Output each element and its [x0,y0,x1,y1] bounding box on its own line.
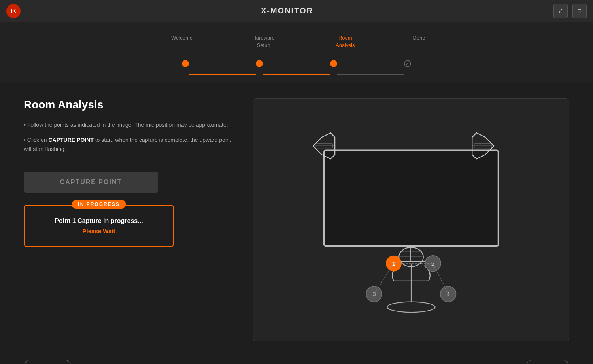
header-actions: ⤢ ≡ [553,4,587,18]
svg-rect-0 [324,150,499,246]
step-line-2 [263,74,330,75]
progress-message: Point 1 Capture in progress... [32,217,165,224]
step-label-welcome: Welcome [171,35,193,41]
step-dot-done: ✓ [404,60,411,67]
progress-wait: Please Wait [32,228,165,234]
main-content: Room Analysis • Follow the points as ind… [0,83,593,353]
cancel-button[interactable]: CANCEL [24,360,72,364]
app-logo: IK [6,4,21,18]
left-panel: Room Analysis • Follow the points as ind… [24,98,237,341]
header: IK X-MONITOR ⤢ ≡ [0,0,593,22]
instruction-2: • Click on CAPTURE POINT to start, when … [24,136,237,153]
step-line-3 [337,74,404,75]
app-title: X-MONITOR [261,6,313,15]
next-button[interactable]: NEXT › [526,360,569,364]
progress-box: IN PROGRESS Point 1 Capture in progress.… [24,205,174,247]
expand-icon: ⤢ [558,7,563,15]
expand-button[interactable]: ⤢ [553,4,568,18]
menu-icon: ≡ [578,8,581,15]
step-dot-hardware [256,60,263,67]
step-label-room: Room Analysis [336,35,355,48]
step-label-done: Done [413,35,425,41]
footer: CANCEL NEXT › [0,353,593,364]
menu-button[interactable]: ≡ [572,4,587,18]
step-line-1 [189,74,256,75]
instruction-1: • Follow the points as indicated in the … [24,121,237,129]
svg-point-9 [387,302,435,312]
progress-badge: IN PROGRESS [72,200,126,209]
section-title: Room Analysis [24,98,237,111]
step-label-hardware: Hardware Setup [252,35,274,48]
capture-point-button[interactable]: CAPTURE POINT [24,172,158,193]
room-diagram-svg: 1 2 3 4 [261,107,561,333]
room-diagram-panel: 1 2 3 4 [253,98,569,341]
step-dot-welcome [182,60,189,67]
stepper: Welcome Hardware Setup Room Analysis Don… [0,22,593,83]
step-dot-room [330,60,337,67]
